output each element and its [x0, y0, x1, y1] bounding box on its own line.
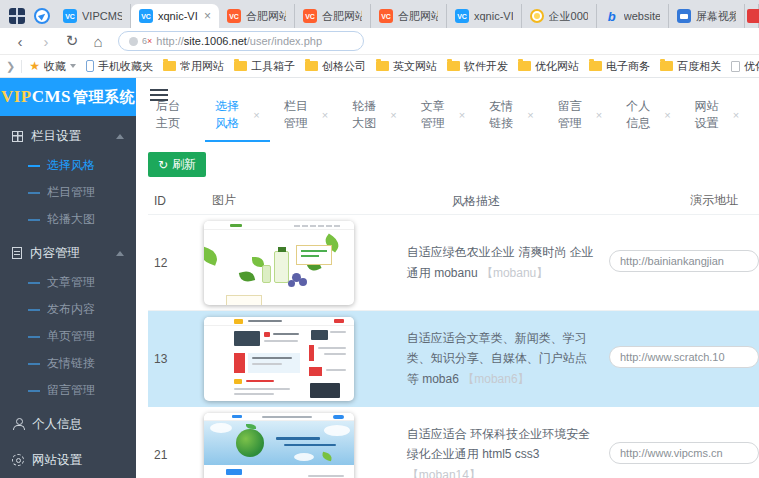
header-demo-url: 演示地址 — [676, 192, 759, 209]
site-info-icon[interactable] — [129, 37, 138, 46]
bookmark-page[interactable]: 优化网站 — [728, 59, 759, 74]
browser-tab-active-xqnic[interactable]: VCxqnic-VI× — [131, 4, 219, 28]
ws-tab-personal[interactable]: 个人信息× — [616, 98, 680, 142]
forward-button[interactable]: › — [34, 30, 58, 52]
refresh-icon: ↻ — [158, 158, 168, 172]
vc-favicon: VC — [63, 9, 77, 23]
browser-tab-partial[interactable] — [745, 4, 759, 28]
ws-tab-messages[interactable]: 留言管理× — [548, 98, 612, 142]
adblock-badge[interactable]: 6× — [142, 36, 152, 46]
red-favicon — [747, 9, 759, 23]
sidebar-group-content-manage[interactable]: 内容管理 — [0, 237, 136, 269]
vc-favicon: VC — [227, 9, 241, 23]
close-icon[interactable]: × — [664, 109, 670, 121]
browser-tab-hefei-2[interactable]: VC合肥网站 — [295, 4, 371, 28]
ws-tab-article[interactable]: 文章管理× — [411, 98, 475, 142]
close-icon[interactable]: × — [322, 109, 328, 121]
close-icon[interactable]: × — [459, 109, 465, 121]
bookmark-folder-3[interactable]: 创格公司 — [302, 59, 369, 74]
sidebar-item-single-page[interactable]: 单页管理 — [0, 323, 136, 350]
demo-url-pill[interactable]: http://bainiankangjian — [609, 250, 759, 272]
hamburger-menu-icon[interactable] — [150, 89, 168, 101]
yellow-circle-favicon — [530, 9, 544, 23]
dash-icon — [28, 192, 40, 194]
browser-tab-vipcms[interactable]: VCVIPCMS管 — [55, 4, 131, 28]
home-button[interactable]: ⌂ — [86, 30, 110, 52]
browser-tab-screen-video[interactable]: 屏幕视频 — [669, 4, 745, 28]
address-bar[interactable]: 6× http://site.1006.net/user/index.php — [118, 31, 364, 51]
bookmark-folder-8[interactable]: 百度相关 — [657, 59, 724, 74]
ws-tab-home[interactable]: 后台主页 — [146, 98, 201, 142]
folder-icon — [589, 61, 602, 71]
bookmark-phone-favorites[interactable]: 手机收藏夹 — [83, 59, 156, 74]
ws-tab-select-style[interactable]: 选择风格× — [205, 98, 269, 142]
gear-icon — [12, 454, 24, 466]
refresh-list-button[interactable]: ↻刷新 — [148, 152, 206, 177]
ws-tab-carousel[interactable]: 轮播大图× — [342, 98, 406, 142]
row-id: 21 — [148, 448, 196, 462]
bookmarks-panel-toggle[interactable]: ❯ — [6, 60, 22, 73]
bookmark-folder-7[interactable]: 电子商务 — [586, 59, 653, 74]
style-tag: 【moban6】 — [462, 372, 529, 386]
sidebar-item-site-settings[interactable]: 网站设置 — [0, 444, 136, 476]
sidebar-item-friend-links[interactable]: 友情链接 — [0, 350, 136, 377]
dash-icon — [28, 165, 40, 167]
style-tag: 【moban14】 — [407, 468, 481, 478]
page-content: VIPCMS管理系统 栏目设置 选择风格 栏目管理 轮播大图 内容管理 文章管理… — [0, 78, 759, 478]
ws-tab-links[interactable]: 友情链接× — [479, 98, 543, 142]
demo-url-pill[interactable]: http://www.vipcms.cn — [609, 442, 759, 464]
brand-logo: VIPCMS管理系统 — [0, 78, 136, 116]
sidebar-item-message-manage[interactable]: 留言管理 — [0, 377, 136, 404]
close-icon[interactable]: × — [390, 109, 396, 121]
lattice-icon — [9, 8, 25, 24]
sidebar-group-column-settings[interactable]: 栏目设置 — [0, 120, 136, 152]
style-thumbnail-eco-enterprise[interactable] — [204, 413, 354, 478]
sidebar-item-publish-content[interactable]: 发布内容 — [0, 296, 136, 323]
ws-tab-site-settings[interactable]: 网站设置× — [685, 98, 749, 142]
dash-icon — [28, 336, 40, 338]
close-icon[interactable]: × — [596, 109, 602, 121]
bookmark-folder-6[interactable]: 优化网站 — [515, 59, 582, 74]
close-icon[interactable]: × — [733, 109, 739, 121]
style-thumbnail-green-health[interactable] — [204, 221, 354, 305]
browser-tab-hefei-1[interactable]: VC合肥网站 — [219, 4, 295, 28]
close-icon[interactable]: × — [253, 109, 259, 121]
sidebar-item-carousel[interactable]: 轮播大图 — [0, 206, 136, 233]
favorites-menu[interactable]: ★收藏 — [26, 59, 79, 74]
browser-tab-qiye[interactable]: 企业000 — [522, 4, 597, 28]
back-button[interactable]: ‹ — [8, 30, 32, 52]
vc-favicon: VC — [139, 9, 153, 23]
bookmark-folder-2[interactable]: 工具箱子 — [231, 59, 298, 74]
style-thumbnail-news-portal[interactable] — [204, 317, 354, 401]
phone-icon — [86, 60, 94, 72]
close-icon[interactable]: × — [527, 109, 533, 121]
pinned-tab-lattice[interactable] — [4, 4, 30, 28]
url-text: http://site.1006.net/user/index.php — [156, 35, 322, 47]
folder-icon — [376, 61, 389, 71]
refresh-button[interactable]: ↻ — [60, 30, 84, 52]
dash-icon — [28, 282, 40, 284]
bookmark-folder-1[interactable]: 常用网站 — [160, 59, 227, 74]
sidebar-item-article-manage[interactable]: 文章管理 — [0, 269, 136, 296]
browser-tab-bar: VCVIPCMS管 VCxqnic-VI× VC合肥网站 VC合肥网站 VC合肥… — [0, 0, 759, 28]
bing-favicon: b — [605, 9, 619, 23]
ws-tab-column-manage[interactable]: 栏目管理× — [274, 98, 338, 142]
pinned-tab-compass[interactable] — [30, 4, 56, 28]
sidebar-item-select-style[interactable]: 选择风格 — [0, 152, 136, 179]
sidebar-item-personal-info[interactable]: 个人信息 — [0, 408, 136, 440]
header-id: ID — [148, 194, 204, 208]
row-id: 12 — [148, 256, 196, 270]
browser-tab-website[interactable]: bwebsite — [597, 4, 669, 28]
main-area: 后台主页 选择风格× 栏目管理× 轮播大图× 文章管理× 友情链接× 留言管理×… — [136, 78, 759, 478]
style-tag: 【mobanu】 — [481, 266, 548, 280]
bookmark-folder-5[interactable]: 软件开发 — [444, 59, 511, 74]
style-list-panel: ↻刷新 ID 图片 风格描述 演示地址 12 — [136, 142, 759, 478]
sidebar-item-column-manage[interactable]: 栏目管理 — [0, 179, 136, 206]
tab-close-icon[interactable]: × — [204, 10, 211, 22]
demo-url-pill[interactable]: http://www.scratch.10 — [609, 346, 759, 368]
browser-tab-hefei-3[interactable]: VC合肥网站 — [371, 4, 447, 28]
chevron-up-icon — [116, 251, 124, 256]
bookmark-folder-4[interactable]: 英文网站 — [373, 59, 440, 74]
browser-tab-xqnic-2[interactable]: VCxqnic-VI — [447, 4, 522, 28]
vc-favicon: VC — [455, 9, 469, 23]
